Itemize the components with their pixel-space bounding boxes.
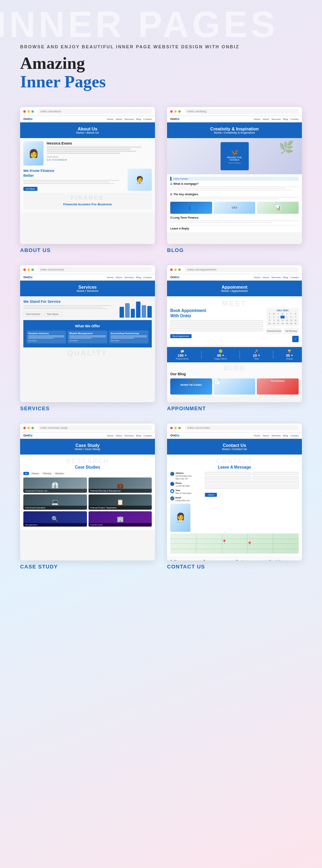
blog-floral: 🌿 — [279, 140, 294, 154]
browser-bar: onbiz.com/about — [20, 107, 155, 116]
finance-banner: FINANCE Financial Acumen For Business — [23, 193, 152, 209]
services-banner: What We Offer Taxation Advisory See More — [23, 320, 152, 347]
finance-image: 🧑‍💼 — [128, 169, 152, 191]
time-icon: 🕐 — [170, 489, 174, 493]
mock-nav-links: Home About Services Blog Contact — [107, 118, 152, 120]
first-name-field[interactable] — [205, 472, 251, 475]
services-browser: onbiz.com/services OnBiz Home About Serv… — [20, 265, 155, 402]
about-us-browser: onbiz.com/about OnBiz Home About Service… — [20, 107, 155, 244]
service-card-1: Taxation Advisory See More — [27, 331, 66, 343]
mock-nav: OnBiz Home About Services Blog Contact — [20, 116, 155, 122]
services-header: Services Home / Services — [20, 281, 155, 296]
services-label[interactable]: SERVICES — [20, 405, 155, 411]
service-card-2: Wealth Management See More — [68, 331, 107, 343]
mock-logo: OnBiz — [23, 117, 33, 121]
contact-header: Contact Us Home / Contact Us — [167, 439, 302, 455]
email-icon: ✉ — [170, 496, 174, 500]
services-chart — [120, 300, 152, 318]
blog-img-3: Free Business — [257, 378, 299, 395]
services-quality: QUALITY — [23, 349, 152, 358]
case-item-5: 🔍 Strategy Analysis — [23, 511, 87, 527]
blog-browser: onbiz.com/blog OnBiz Home About Services… — [167, 107, 302, 244]
map-pin: 📍 — [222, 539, 227, 544]
contact-us-label[interactable]: CONTACT US — [167, 564, 302, 570]
pages-grid: onbiz.com/about OnBiz Home About Service… — [0, 99, 322, 586]
finance-acumen: Financial Acumen For Business — [27, 201, 149, 208]
blog-article: Latest Articles 1. What is mortgage? 2. … — [167, 174, 302, 232]
stat-years: 🚀 10 + Years — [253, 349, 260, 360]
appoinment-label[interactable]: APPOINMENT — [167, 405, 302, 411]
browser-dot-green — [31, 110, 34, 113]
case-header: Case Study Home / Case Study — [20, 439, 155, 455]
case-study-label[interactable]: CASE STUDY — [20, 564, 155, 570]
contact-title: Leave A Message — [170, 465, 299, 469]
stat-awards: 🏆 35 + Awards — [286, 349, 293, 360]
mock-logo-blog: OnBiz — [170, 117, 180, 121]
footer-logo: OnBiz — [170, 560, 200, 560]
finance-cta: Go More — [23, 187, 37, 191]
blog-hero: 🦋 BEHIND THE SCENES Choose Category 🌿 — [167, 138, 302, 174]
case-item-2: 💼 Financial Planning & Management — [89, 477, 152, 493]
contact-info: 📍 Address 123 Business Ave,New York, NY … — [170, 472, 202, 532]
case-study-browser: onbiz.com/case-study OnBiz Home About Se… — [20, 424, 155, 560]
browser-dot-yellow — [27, 110, 30, 113]
case-item-3: 💻 Free Email Automation — [23, 494, 87, 510]
appoint-blog: BLOG Our Blog 🦋 BEHIND THE SCENES 📄 — [167, 362, 302, 397]
contact-us-browser: onbiz.com/contact OnBiz Home About Servi… — [167, 424, 302, 560]
blog-img-2: 📄 — [214, 378, 256, 395]
mock-nav-blog: OnBiz Home About Services Blog Contact — [167, 116, 302, 122]
contact-content: CONTACT Leave A Message 📍 Address 123 Bu… — [167, 455, 302, 557]
services-btn1: Client Extension — [23, 312, 43, 316]
message-textarea[interactable] — [205, 481, 299, 489]
contact-layout: 📍 Address 123 Business Ave,New York, NY … — [170, 472, 299, 532]
case-filter: All Finance Planning Business — [23, 472, 152, 475]
stat-projects: 📁 190 + Projects Done — [176, 349, 188, 360]
hero-section: INNER PAGES BROWSE AND ENJOY BEAUTIFUL I… — [0, 0, 322, 99]
phone-form-field[interactable] — [252, 476, 299, 479]
hero-bg-text: INNER PAGES — [0, 4, 278, 45]
appoint-book: Book Appointment With Onbiz Book Appoint… — [170, 308, 299, 342]
appoint-blog-images: 🦋 BEHIND THE SCENES 📄 Free Business — [170, 378, 299, 395]
case-title: Case Studies — [23, 465, 152, 469]
contact-form: Send — [205, 472, 299, 532]
stat-clients: 😊 88 + Happy Clients — [215, 349, 227, 360]
blog-header: Creativity & Inspiration Home / Creativi… — [167, 122, 302, 138]
appoint-stats: 📁 190 + Projects Done 😊 88 + Happy Clien… — [167, 347, 302, 362]
calendar-mini: JULY 2021 SMTWTFS 1234567 891011121314 1… — [266, 308, 299, 326]
footer-col-company: Company — [203, 560, 233, 560]
email-form-field[interactable] — [205, 476, 251, 479]
blog-images: 👥 👓 📊 — [170, 202, 299, 214]
services-btn2: Team Appoin... — [44, 312, 62, 316]
appoinment-card: onbiz.com/appointment OnBiz Home About S… — [167, 265, 302, 411]
profile-title: CO-FOUNDER — [47, 159, 152, 161]
appoinment-browser: onbiz.com/appointment OnBiz Home About S… — [167, 265, 302, 402]
footer-col-logo: OnBiz — [170, 560, 200, 560]
submit-button[interactable]: Send — [205, 493, 217, 497]
profile-text: Hessica Evans Hessica CO-FOUNDER — [47, 141, 152, 165]
finance-lines — [23, 180, 124, 184]
contact-us-card: onbiz.com/contact OnBiz Home About Servi… — [167, 424, 302, 570]
blog-label[interactable]: BLOG — [167, 247, 302, 253]
profile-image: 👩 — [23, 141, 43, 165]
services-content: We Stand For Service Client Extension Te… — [20, 296, 155, 361]
hero-title-blue: Inner Pages — [20, 72, 302, 91]
blog-card: onbiz.com/blog OnBiz Home About Services… — [167, 107, 302, 253]
profile-lines — [47, 147, 152, 154]
profile-name: Hessica Evans — [47, 141, 152, 145]
browser-dot-red — [23, 110, 26, 113]
book-btn: Book Appointment — [170, 334, 192, 338]
about-header: About Us Home / About Us — [20, 122, 155, 138]
browser-bar-blog: onbiz.com/blog — [167, 107, 302, 116]
blog-reply: Leave a Reply — [170, 225, 299, 230]
address-icon: 📍 — [170, 472, 174, 476]
last-name-field[interactable] — [252, 472, 299, 475]
about-us-label[interactable]: ABOUT US — [20, 247, 155, 253]
finance-title: We Know Finance Better — [23, 169, 124, 178]
phone-icon: 📞 — [170, 482, 174, 486]
services-card: onbiz.com/services OnBiz Home About Serv… — [20, 265, 155, 411]
hero-title-black: Amazing — [20, 54, 302, 72]
appoinment-header: Appoinment Home / Appoinment — [167, 281, 302, 296]
case-content: RESEARCH Case Studies All Finance Planni… — [20, 455, 155, 530]
case-item-6: 🏢 Corporate Growth — [89, 511, 152, 527]
case-study-card: onbiz.com/case-study OnBiz Home About Se… — [20, 424, 155, 570]
